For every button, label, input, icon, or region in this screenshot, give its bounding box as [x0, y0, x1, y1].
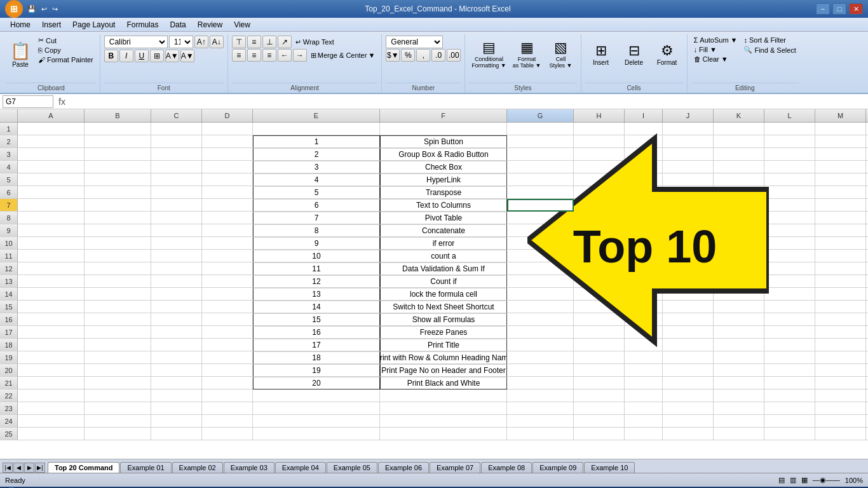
- row-header-24[interactable]: 24: [0, 415, 18, 428]
- decrease-indent-button[interactable]: ←: [278, 49, 292, 62]
- cell-L3[interactable]: [764, 148, 815, 161]
- cell-H20[interactable]: [574, 364, 625, 377]
- cut-button[interactable]: ✂ Cut: [36, 36, 96, 45]
- copy-button[interactable]: ⎘ Copy: [36, 46, 96, 55]
- cell-F3[interactable]: Group Box & Radio Button: [380, 148, 507, 161]
- cell-J1[interactable]: [663, 123, 714, 135]
- row-header-20[interactable]: 20: [0, 364, 18, 377]
- cell-C17[interactable]: [151, 326, 202, 339]
- cell-D2[interactable]: [202, 135, 253, 148]
- cell-G17[interactable]: [507, 326, 574, 339]
- row-header-11[interactable]: 11: [0, 250, 18, 262]
- cell-H17[interactable]: [574, 326, 625, 339]
- cell-K14[interactable]: [714, 288, 764, 301]
- minimize-button[interactable]: −: [816, 3, 830, 15]
- cell-B19[interactable]: [85, 351, 151, 364]
- increase-font-button[interactable]: A↑: [194, 36, 208, 48]
- cell-G5[interactable]: [507, 173, 574, 186]
- comma-button[interactable]: ,: [416, 49, 430, 62]
- sheet-nav-first[interactable]: |◀: [3, 463, 13, 473]
- cell-J25[interactable]: [663, 428, 714, 440]
- cell-I19[interactable]: [625, 351, 663, 364]
- cell-E16[interactable]: 15: [253, 313, 380, 326]
- cell-F6[interactable]: Transpose: [380, 186, 507, 199]
- cell-L10[interactable]: [764, 237, 815, 250]
- cell-A21[interactable]: [18, 377, 85, 390]
- col-header-j[interactable]: J: [663, 109, 714, 122]
- cell-E4[interactable]: 3: [253, 161, 380, 173]
- cell-L6[interactable]: [764, 186, 815, 199]
- cell-A8[interactable]: [18, 212, 85, 224]
- cell-K6[interactable]: [714, 186, 764, 199]
- cell-C20[interactable]: [151, 364, 202, 377]
- row-header-10[interactable]: 10: [0, 237, 18, 250]
- cell-L9[interactable]: [764, 224, 815, 237]
- office-button[interactable]: ⊞: [5, 0, 23, 18]
- cell-D17[interactable]: [202, 326, 253, 339]
- cell-J14[interactable]: [663, 288, 714, 301]
- cell-M24[interactable]: [815, 415, 866, 428]
- menu-insert[interactable]: Insert: [37, 19, 66, 30]
- cell-C22[interactable]: [151, 390, 202, 402]
- cell-J2[interactable]: [663, 135, 714, 148]
- maximize-button[interactable]: □: [832, 3, 846, 15]
- cell-G14[interactable]: [507, 288, 574, 301]
- cell-B14[interactable]: [85, 288, 151, 301]
- font-color-button[interactable]: A▼: [180, 50, 194, 62]
- cell-M25[interactable]: [815, 428, 866, 440]
- align-left-button[interactable]: ≡: [232, 49, 246, 62]
- cell-L13[interactable]: [764, 275, 815, 288]
- cell-J13[interactable]: [663, 275, 714, 288]
- cell-H10[interactable]: [574, 237, 625, 250]
- cell-I18[interactable]: [625, 339, 663, 351]
- cell-H11[interactable]: [574, 250, 625, 262]
- cell-M2[interactable]: [815, 135, 866, 148]
- cell-B5[interactable]: [85, 173, 151, 186]
- cell-D9[interactable]: [202, 224, 253, 237]
- row-header-12[interactable]: 12: [0, 262, 18, 275]
- cell-C6[interactable]: [151, 186, 202, 199]
- cell-M3[interactable]: [815, 148, 866, 161]
- cell-B7[interactable]: [85, 199, 151, 212]
- cell-K4[interactable]: [714, 161, 764, 173]
- cell-I25[interactable]: [625, 428, 663, 440]
- conditional-formatting-button[interactable]: ▤ ConditionalFormatting ▼: [469, 36, 508, 74]
- cell-H4[interactable]: [574, 161, 625, 173]
- cell-L25[interactable]: [764, 428, 815, 440]
- sheet-tab-example-10[interactable]: Example 10: [584, 462, 635, 473]
- cell-F12[interactable]: Data Validation & Sum If: [380, 262, 507, 275]
- cell-D8[interactable]: [202, 212, 253, 224]
- cell-C2[interactable]: [151, 135, 202, 148]
- cell-H2[interactable]: [574, 135, 625, 148]
- cell-M20[interactable]: [815, 364, 866, 377]
- cell-A14[interactable]: [18, 288, 85, 301]
- cell-I4[interactable]: [625, 161, 663, 173]
- zoom-slider[interactable]: —◉——: [813, 476, 840, 484]
- cell-C13[interactable]: [151, 275, 202, 288]
- cell-F24[interactable]: [380, 415, 507, 428]
- cell-B4[interactable]: [85, 161, 151, 173]
- cell-C10[interactable]: [151, 237, 202, 250]
- cell-E11[interactable]: 10: [253, 250, 380, 262]
- cell-F15[interactable]: Switch to Next Sheet Shortcut: [380, 301, 507, 313]
- cell-B2[interactable]: [85, 135, 151, 148]
- cell-F14[interactable]: lock the formula cell: [380, 288, 507, 301]
- cell-G3[interactable]: [507, 148, 574, 161]
- decrease-font-button[interactable]: A↓: [210, 36, 224, 48]
- cell-J9[interactable]: [663, 224, 714, 237]
- delete-button[interactable]: ⊟ Delete: [618, 36, 650, 74]
- cell-D16[interactable]: [202, 313, 253, 326]
- row-header-8[interactable]: 8: [0, 212, 18, 224]
- increase-decimal-button[interactable]: .00: [447, 49, 461, 62]
- cell-K11[interactable]: [714, 250, 764, 262]
- row-header-9[interactable]: 9: [0, 224, 18, 237]
- cell-M21[interactable]: [815, 377, 866, 390]
- cell-G8[interactable]: [507, 212, 574, 224]
- cell-H3[interactable]: [574, 148, 625, 161]
- cell-C4[interactable]: [151, 161, 202, 173]
- cell-B13[interactable]: [85, 275, 151, 288]
- cell-D23[interactable]: [202, 402, 253, 415]
- cell-M7[interactable]: [815, 199, 866, 212]
- cell-K23[interactable]: [714, 402, 764, 415]
- align-bottom-button[interactable]: ⊥: [262, 36, 276, 48]
